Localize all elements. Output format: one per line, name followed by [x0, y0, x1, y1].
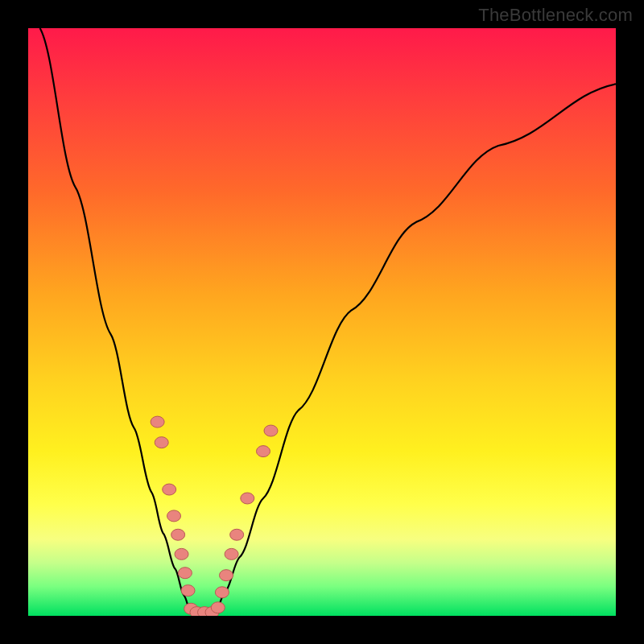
curve-layer	[40, 28, 616, 613]
chart-plot-area	[28, 28, 616, 616]
marker-layer	[151, 416, 278, 616]
data-marker	[198, 607, 212, 616]
data-marker	[167, 510, 181, 522]
data-marker	[230, 529, 244, 540]
data-marker	[171, 529, 185, 540]
data-marker	[184, 603, 198, 614]
bottleneck-curve-svg	[28, 28, 616, 616]
data-marker	[241, 493, 254, 504]
data-marker	[205, 607, 219, 616]
data-marker	[211, 602, 225, 613]
data-marker	[163, 484, 176, 495]
data-marker	[257, 446, 270, 457]
data-marker	[225, 548, 238, 559]
data-marker	[181, 585, 195, 597]
curve-right-branch	[215, 84, 616, 613]
data-marker	[190, 607, 204, 616]
data-marker	[178, 568, 192, 579]
data-marker	[264, 425, 278, 436]
data-marker	[215, 587, 229, 598]
data-marker	[155, 437, 168, 448]
data-marker	[220, 570, 233, 581]
data-marker	[151, 416, 164, 427]
data-marker	[175, 548, 188, 559]
curve-left-branch	[40, 28, 192, 613]
watermark-text: TheBottleneck.com	[478, 5, 633, 26]
